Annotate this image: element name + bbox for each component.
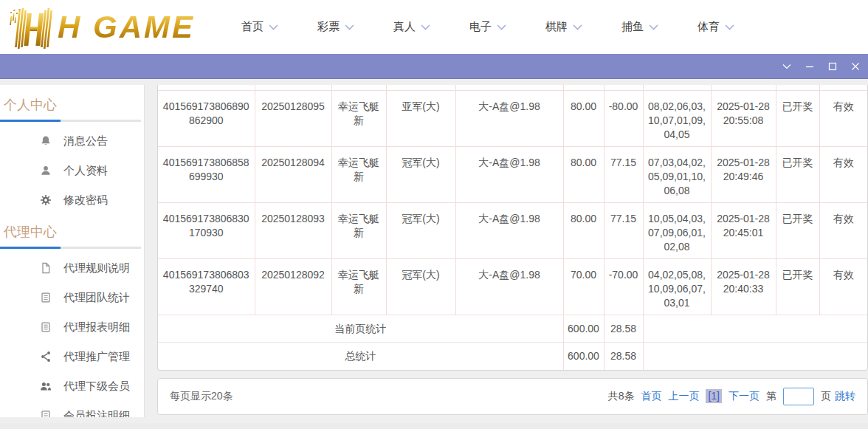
sidebar-item[interactable]: 会员投注明细	[0, 401, 144, 417]
per-page-label: 每页显示20条	[170, 390, 233, 403]
cell-amount: 80.00	[563, 147, 604, 203]
cell-valid: 有效	[819, 203, 867, 259]
chevron-down-icon	[269, 24, 278, 30]
cell-status: 已开奖	[776, 91, 819, 147]
cell-lottery: 幸运飞艇新	[331, 203, 386, 259]
chevron-down-icon	[649, 24, 658, 30]
cell-time: 2025-01-28 20:45:01	[711, 203, 776, 259]
nav-item-label: 捕鱼	[621, 20, 644, 34]
table-row: 40156917380683017093020250128093幸运飞艇新冠军(…	[158, 203, 867, 259]
cell-lottery: 幸运飞艇新	[331, 147, 386, 203]
cell-win-loss: 77.15	[604, 203, 643, 259]
summary-amount: 600.00	[563, 343, 604, 370]
nav-item[interactable]: 体育	[698, 20, 774, 34]
page-prefix-label: 第	[766, 390, 776, 403]
cell-play: 亚军(大)	[386, 91, 455, 147]
current-page-indicator[interactable]: [1]	[706, 389, 722, 403]
sidebar-item[interactable]: 修改密码	[0, 185, 144, 215]
summary-label: 当前页统计	[158, 315, 563, 343]
report-icon	[40, 292, 52, 303]
summary-win-loss: 28.58	[604, 343, 643, 370]
cell-result: 04,02,05,08,10,09,06,07,03,01	[643, 259, 711, 315]
section-underline	[0, 247, 141, 249]
cell-order-id: 401569173806803329740	[158, 259, 255, 315]
nav-item[interactable]: 彩票	[317, 20, 393, 34]
cell-order-id: 401569173806858699930	[158, 147, 255, 203]
page-number-input[interactable]	[783, 388, 814, 405]
nav-item[interactable]: 捕鱼	[621, 20, 698, 34]
cell-content: 大-A盘@1.98	[455, 91, 563, 147]
jump-link[interactable]: 跳转	[835, 390, 855, 403]
cell-content: 大-A盘@1.98	[455, 203, 563, 259]
sidebar-item-label: 修改密码	[63, 193, 108, 207]
list-icon	[40, 410, 52, 417]
sidebar-item[interactable]: 代理报表明细	[0, 312, 144, 342]
cell-time: 2025-01-28 20:40:33	[711, 259, 776, 315]
cell-valid: 有效	[819, 91, 867, 147]
nav-item[interactable]: 真人	[393, 20, 469, 34]
chevron-down-icon	[345, 24, 354, 30]
cell-play: 冠军(大)	[386, 203, 455, 259]
cell-result: 07,03,04,02,05,09,01,10,06,08	[643, 147, 711, 203]
first-page-link[interactable]: 首页	[641, 390, 661, 403]
sidebar-section-title: 代理中心	[0, 224, 144, 240]
cell-amount: 80.00	[563, 91, 604, 147]
pagination-bar: 每页显示20条 共8条 首页 上一页 [1] 下一页 第 页 跳转	[157, 378, 868, 415]
users-icon	[40, 380, 52, 392]
cell-period: 20250128092	[255, 259, 331, 315]
cell-result: 08,02,06,03,10,07,01,09,04,05	[643, 91, 711, 147]
window-titlebar	[0, 54, 868, 79]
bet-table-panel: 40156917380689086290020250128095幸运飞艇新亚军(…	[157, 85, 868, 371]
nav-item[interactable]: 棋牌	[545, 20, 621, 34]
chevron-down-icon	[725, 24, 734, 30]
sidebar-item-label: 代理推广管理	[63, 350, 130, 364]
cell-period: 20250128094	[255, 147, 331, 203]
clipped-table-row	[158, 85, 867, 91]
minimize-icon	[805, 61, 815, 72]
window-maximize-button[interactable]	[821, 54, 844, 79]
close-icon	[850, 61, 861, 72]
sidebar-item[interactable]: 代理规则说明	[0, 253, 144, 283]
top-header: H GAME 首页彩票真人电子棋牌捕鱼体育	[0, 0, 868, 54]
window-close-button[interactable]	[844, 54, 867, 79]
chevron-down-icon	[782, 61, 792, 72]
next-page-link[interactable]: 下一页	[728, 390, 760, 403]
section-underline	[0, 120, 141, 122]
user-icon	[40, 165, 52, 176]
cell-content: 大-A盘@1.98	[455, 147, 563, 203]
nav-item[interactable]: 首页	[241, 20, 317, 34]
sidebar-item[interactable]: 代理推广管理	[0, 342, 144, 371]
nav-item-label: 棋牌	[545, 20, 568, 34]
cell-order-id: 401569173806830170930	[158, 203, 255, 259]
sidebar-item[interactable]: 个人资料	[0, 156, 144, 185]
nav-item-label: 体育	[698, 20, 720, 34]
file-icon	[40, 262, 52, 274]
brand-logo-icon	[7, 6, 58, 49]
cell-period: 20250128095	[255, 91, 331, 147]
sidebar-item-label: 会员投注明细	[63, 409, 130, 418]
cell-status: 已开奖	[776, 259, 819, 315]
cell-win-loss: -70.00	[604, 259, 643, 315]
main-content: 40156917380689086290020250128095幸运飞艇新亚军(…	[157, 85, 868, 423]
prev-page-link[interactable]: 上一页	[668, 390, 699, 403]
cell-status: 已开奖	[776, 203, 819, 259]
cell-time: 2025-01-28 20:49:46	[711, 147, 776, 203]
window-collapse-button[interactable]	[775, 54, 798, 79]
sidebar-item-label: 消息公告	[63, 134, 108, 148]
cell-order-id: 401569173806890862900	[158, 91, 255, 147]
cell-valid: 有效	[819, 259, 867, 315]
maximize-icon	[827, 61, 838, 72]
sidebar-item-label: 个人资料	[63, 164, 108, 178]
nav-item[interactable]: 电子	[469, 20, 545, 34]
chevron-down-icon	[421, 24, 430, 30]
sidebar-item[interactable]: 消息公告	[0, 126, 144, 156]
window-minimize-button[interactable]	[798, 54, 821, 79]
sidebar-item[interactable]: 代理团队统计	[0, 283, 144, 312]
summary-amount: 600.00	[563, 315, 604, 343]
summary-row: 当前页统计600.0028.58	[158, 315, 867, 343]
chevron-down-icon	[497, 24, 506, 30]
sidebar-item[interactable]: 代理下级会员	[0, 371, 144, 401]
table-row: 40156917380689086290020250128095幸运飞艇新亚军(…	[158, 91, 867, 147]
brand-logo[interactable]: H GAME	[7, 6, 203, 49]
sidebar-item-label: 代理规则说明	[63, 261, 130, 275]
